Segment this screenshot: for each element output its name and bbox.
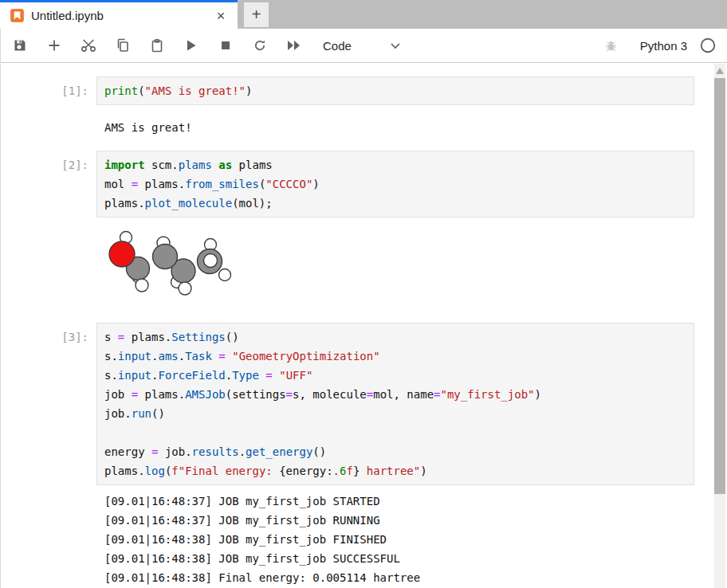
run-cell-button[interactable] <box>183 37 199 53</box>
run-all-cells-button[interactable] <box>286 37 302 53</box>
code-cell-input[interactable]: import scm.plams as plamsmol = plams.fro… <box>96 151 694 218</box>
copy-cells-button[interactable] <box>115 37 131 53</box>
cell-output-text: AMS is great! <box>104 118 694 137</box>
save-button[interactable] <box>12 37 28 53</box>
scrollbar-thumb[interactable] <box>714 78 725 494</box>
molecule-figure <box>100 227 240 300</box>
add-cell-button[interactable] <box>46 37 62 53</box>
notebook-panel: [1]: print("AMS is great!") AMS is great… <box>0 64 727 588</box>
kernel-name[interactable]: Python 3 <box>640 39 687 53</box>
notebook-tab[interactable]: Untitled.ipynb × <box>0 0 238 29</box>
tab-title: Untitled.ipynb <box>31 9 212 22</box>
input-prompt: [3]: <box>1 327 88 347</box>
interrupt-kernel-button[interactable] <box>218 37 234 53</box>
debugger-bug-icon[interactable] <box>603 37 619 53</box>
chevron-down-icon <box>390 38 401 53</box>
input-prompt: [1]: <box>1 81 88 100</box>
cell-type-value: Code <box>323 39 352 53</box>
cell-type-dropdown[interactable]: Code <box>323 38 401 53</box>
code-cell-input[interactable]: print("AMS is great!") <box>96 76 694 105</box>
jupyter-notebook-icon <box>10 9 24 22</box>
tab-bar: Untitled.ipynb × + <box>0 0 727 29</box>
vertical-scrollbar[interactable] <box>714 64 725 588</box>
close-tab-icon[interactable]: × <box>212 7 230 25</box>
restart-kernel-button[interactable] <box>252 37 268 53</box>
paste-cells-button[interactable] <box>149 37 165 53</box>
kernel-status-icon[interactable] <box>700 37 716 53</box>
new-tab-button[interactable]: + <box>244 2 269 27</box>
notebook-toolbar: Code Python 3 <box>0 29 727 63</box>
cell-output-log: [09.01|16:48:37] JOB my_first_job STARTE… <box>104 492 694 587</box>
scrollbar-up-arrow-icon[interactable] <box>716 68 724 74</box>
cut-cells-button[interactable] <box>81 37 96 53</box>
input-prompt: [2]: <box>1 155 88 174</box>
code-cell-input[interactable]: s = plams.Settings()s.input.ams.Task = "… <box>96 323 694 485</box>
